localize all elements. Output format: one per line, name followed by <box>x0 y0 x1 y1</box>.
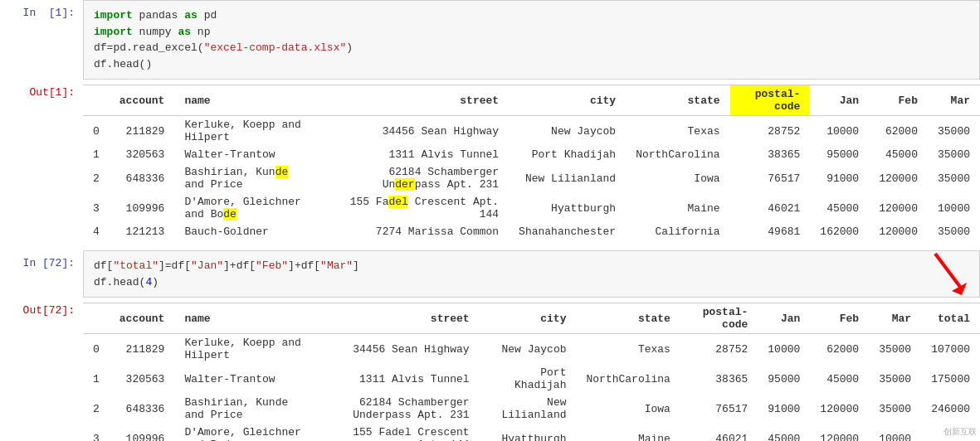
notebook: In [1]: import pandas as pd import numpy… <box>0 0 980 441</box>
col-header-state: state <box>626 85 729 116</box>
cell-0-state: Texas <box>626 116 729 147</box>
cell-0-jan: 10000 <box>810 116 869 147</box>
cell-0-postal: 28752 <box>730 116 811 147</box>
cell-2-code[interactable]: df["total"]=df["Jan"]+df["Feb"]+df["Mar"… <box>83 250 980 298</box>
cell-2-output-content: account name street city state postal-co… <box>83 298 980 441</box>
table-row: 2 648336 Bashirian, Kunde and Price 6218… <box>83 394 980 424</box>
table-row: 2 648336 Bashirian, Kunde and Price 6218… <box>83 163 980 193</box>
cell-0-idx: 0 <box>83 116 110 147</box>
table-row: 3 109996 D'Amore, Gleichner and Bode 155… <box>83 424 980 441</box>
cell-1-prompt: In [1]: <box>0 0 83 80</box>
col-header-mar: Mar <box>928 85 980 116</box>
output-table-1: account name street city state postal-co… <box>83 85 980 240</box>
col2-header-mar: Mar <box>869 303 921 334</box>
col-header-feb: Feb <box>869 85 928 116</box>
col2-header-postal-code: postal-code <box>680 303 758 334</box>
cell-0-feb: 62000 <box>869 116 928 147</box>
table-row: 4 121213 Bauch-Goldner 7274 Marissa Comm… <box>83 223 980 240</box>
col2-header-city: city <box>480 303 577 334</box>
col-header-account: account <box>110 85 175 116</box>
red-arrow-icon <box>927 250 968 299</box>
red-arrow-container <box>927 250 968 298</box>
col2-header-account: account <box>110 303 175 334</box>
cell-1-input: In [1]: import pandas as pd import numpy… <box>0 0 980 80</box>
table-row: 0 211829 Kerluke, Koepp and Hilpert 3445… <box>83 334 980 365</box>
cell-0-name: Kerluke, Koepp and Hilpert <box>174 116 323 147</box>
cell-2-output: Out[72]: account name street city state … <box>0 298 980 441</box>
table-row: 1 320563 Walter-Trantow 1311 Alvis Tunne… <box>83 146 980 163</box>
cell-0-street: 34456 Sean Highway <box>324 116 509 147</box>
table-row: 0 211829 Kerluke, Koepp and Hilpert 3445… <box>83 116 980 147</box>
cell-2-out-prompt: Out[72]: <box>0 298 83 441</box>
col2-header-jan: Jan <box>758 303 810 334</box>
watermark: 创新互联 <box>943 426 977 438</box>
cell-2-prompt: In [72]: <box>0 250 83 298</box>
cell-1-code[interactable]: import pandas as pd import numpy as np d… <box>83 0 980 80</box>
cell-1-out-prompt: Out[1]: <box>0 80 83 245</box>
cell-1-output-content: account name street city state postal-co… <box>83 80 980 245</box>
cell-2-content: df["total"]=df["Jan"]+df["Feb"]+df["Mar"… <box>83 250 980 298</box>
col-header-postal-code: postal-code <box>730 85 811 116</box>
col-header-street: street <box>324 85 509 116</box>
col-header-index <box>83 85 110 116</box>
cell-1-content: import pandas as pd import numpy as np d… <box>83 0 980 80</box>
col2-header-index <box>83 303 110 334</box>
svg-line-0 <box>935 254 960 287</box>
col2-header-name: name <box>174 303 311 334</box>
cell-1-output: Out[1]: account name street city state p… <box>0 80 980 245</box>
table-row: 1 320563 Walter-Trantow 1311 Alvis Tunne… <box>83 364 980 394</box>
cell-0-city: New Jaycob <box>509 116 626 147</box>
col-header-city: city <box>509 85 626 116</box>
col2-header-total: total <box>921 303 980 334</box>
cell-0-mar: 35000 <box>928 116 980 147</box>
col-header-name: name <box>174 85 323 116</box>
col2-header-street: street <box>311 303 479 334</box>
output-table-2: account name street city state postal-co… <box>83 303 980 441</box>
cell-0-account: 211829 <box>110 116 175 147</box>
cell-2-input: In [72]: df["total"]=df["Jan"]+df["Feb"]… <box>0 250 980 298</box>
table-row: 3 109996 D'Amore, Gleichner and Bode 155… <box>83 193 980 223</box>
col2-header-state: state <box>576 303 680 334</box>
cell-2-block: In [72]: df["total"]=df["Jan"]+df["Feb"]… <box>0 250 980 298</box>
col-header-jan: Jan <box>810 85 869 116</box>
col2-header-feb: Feb <box>810 303 869 334</box>
